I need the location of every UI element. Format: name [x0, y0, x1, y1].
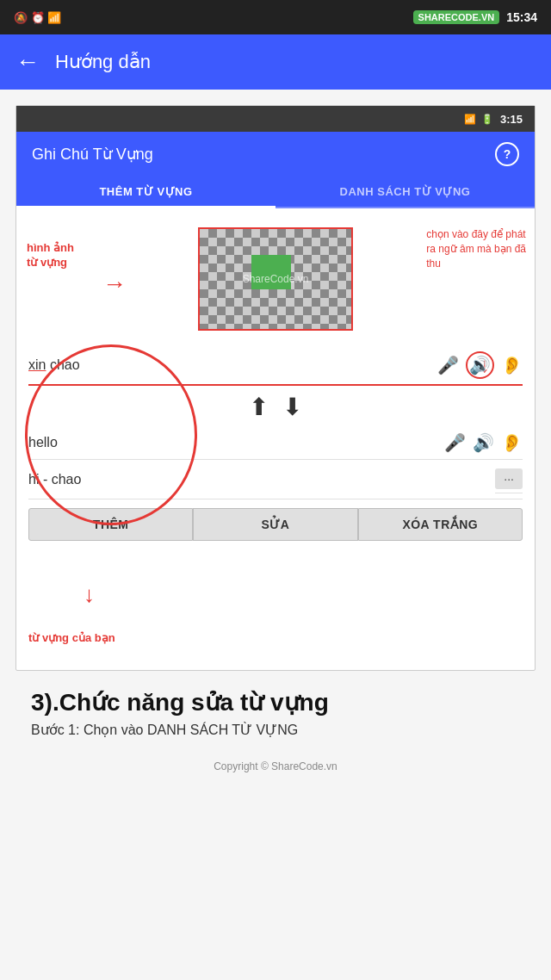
sort-down-arrow[interactable]: ⬇ [282, 393, 302, 421]
dots-button[interactable]: ··· [495, 468, 523, 489]
input-text-chao: chao [50, 357, 80, 372]
them-button[interactable]: THÊM [28, 508, 193, 541]
screenshot-card: 📶 🔋 3:15 Ghi Chú Từ Vựng ? THÊM TỪ VỰNG … [15, 105, 536, 671]
top-nav: ← Hướng dẫn [0, 34, 551, 90]
sort-arrows: ⬆ ⬇ [28, 388, 523, 426]
status-bar-right: SHARECODE.VN 15:34 [413, 10, 537, 24]
inner-signal-icon: 📶 [464, 114, 476, 125]
tab-danh-sach-tu-vung[interactable]: DANH SÁCH TỪ VỰNG [276, 177, 535, 207]
input-field-1[interactable]: xin chao [28, 354, 437, 376]
ear-icon-2[interactable]: 👂 [501, 432, 523, 453]
inner-app-title: Ghi Chú Từ Vựng [32, 145, 153, 164]
xoa-trang-button[interactable]: XÓA TRẮNG [358, 508, 523, 541]
arrow-down-them: ↓ [84, 581, 95, 608]
help-button[interactable]: ? [495, 142, 519, 166]
dots-button-row: ··· [495, 465, 523, 493]
section-3-title: 3).Chức năng sửa từ vựng [15, 671, 536, 722]
tab-them-tu-vung[interactable]: THÊM TỪ VỰNG [16, 177, 276, 207]
section-3-subtitle: Bước 1: Chọn vào DANH SÁCH TỪ VỰNG [15, 722, 536, 754]
checkerboard-bg: ShareCode.vn [200, 229, 351, 329]
vocabulary-image-area[interactable]: ShareCode.vn [198, 227, 353, 331]
status-bar-left: 🔕 ⏰ 📶 [14, 11, 61, 24]
sharecode-badge: SHARECODE.VN [413, 10, 500, 24]
speaker-icon-2[interactable]: 🔊 [473, 432, 494, 453]
status-bar: 🔕 ⏰ 📶 SHARECODE.VN 15:34 [0, 0, 551, 34]
sua-button[interactable]: SỬA [193, 508, 357, 541]
main-content: 📶 🔋 3:15 Ghi Chú Từ Vựng ? THÊM TỪ VỰNG … [0, 90, 551, 754]
audio-icons-1: 🎤 🔊 👂 [437, 351, 523, 379]
mic-icon-1[interactable]: 🎤 [437, 355, 459, 375]
sort-up-arrow[interactable]: ⬆ [249, 393, 269, 421]
input-field-3[interactable]: hi - chao [28, 468, 495, 491]
status-icons-left: 🔕 ⏰ 📶 [14, 11, 61, 24]
mic-icon-2[interactable]: 🎤 [444, 432, 466, 453]
copyright: Copyright © ShareCode.vn [0, 754, 551, 776]
inner-battery-icon: 🔋 [481, 114, 493, 125]
input-row-2: hello 🎤 🔊 👂 [28, 426, 523, 460]
status-time: 15:34 [506, 10, 537, 24]
inner-app-bar: Ghi Chú Từ Vựng ? [16, 132, 535, 177]
inner-status-icons: 📶 🔋 [464, 114, 493, 125]
ear-icon-1[interactable]: 👂 [501, 355, 523, 375]
inner-tabs: THÊM TỪ VỰNG DANH SÁCH TỪ VỰNG [16, 177, 535, 208]
speaker-icon-1[interactable]: 🔊 [466, 351, 494, 379]
annotation-vocab: từ vựng của bạn [28, 631, 115, 644]
inner-status-bar: 📶 🔋 3:15 [16, 106, 535, 132]
inner-time: 3:15 [500, 113, 523, 126]
back-button[interactable]: ← [15, 50, 40, 74]
page-title: Hướng dẫn [55, 51, 151, 73]
input-field-2[interactable]: hello [28, 431, 444, 454]
input-row-1: xin chao 🎤 🔊 👂 [28, 346, 523, 386]
action-buttons: THÊM SỬA XÓA TRẮNG [28, 508, 523, 541]
green-square [251, 255, 291, 289]
inner-body: hình ảnhtừ vựng → chọn vào đây để phátra… [16, 208, 535, 656]
input-text-xin: xin [28, 357, 46, 372]
input-row-3: hi - chao ··· [28, 460, 523, 499]
audio-icons-2: 🎤 🔊 👂 [444, 432, 523, 453]
